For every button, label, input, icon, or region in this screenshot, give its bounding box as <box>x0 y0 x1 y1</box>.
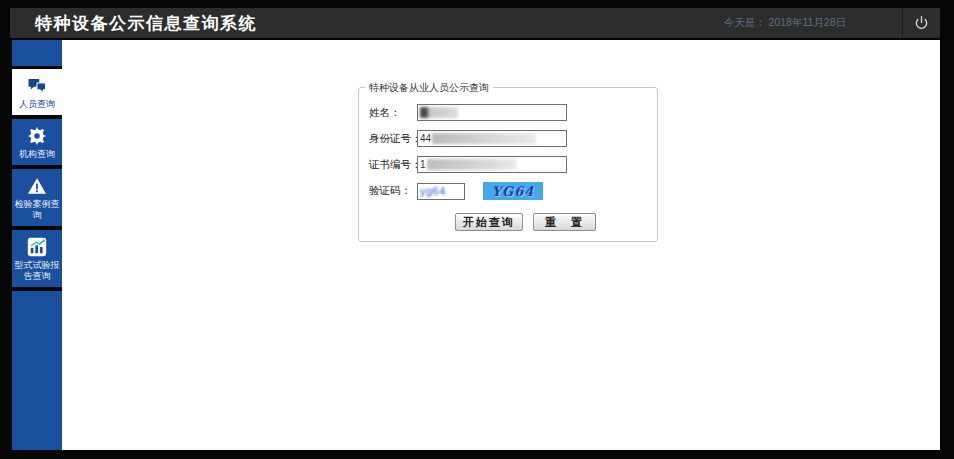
id-number-input[interactable]: 44 <box>417 130 567 147</box>
redacted-id-value <box>432 133 536 144</box>
certificate-number-value-prefix: 1 <box>420 159 426 170</box>
captcha-typed-value: yg64 <box>420 185 446 197</box>
captcha-image[interactable]: YG64 <box>483 182 543 200</box>
reset-button[interactable]: 重 置 <box>533 213 596 231</box>
sidebar-filler <box>12 291 62 450</box>
form-row-name: 姓名： <box>369 104 657 121</box>
power-icon <box>913 15 930 32</box>
sidebar-item-inspection-case-query[interactable]: 检验案例查询 <box>12 169 62 226</box>
redacted-certificate-value <box>427 159 517 170</box>
warning-triangle-icon <box>14 175 60 197</box>
chat-bubbles-icon <box>14 75 60 97</box>
form-row-certificate-number: 证书编号： 1 <box>369 156 657 173</box>
page-title: 特种设备公示信息查询系统 <box>35 12 257 35</box>
form-buttons: 开始查询 重 置 <box>455 213 657 231</box>
form-row-id-number: 身份证号： 44 <box>369 130 657 147</box>
sidebar-item-organization-query[interactable]: 机构查询 <box>12 119 62 165</box>
sidebar-item-label: 机构查询 <box>19 149 55 159</box>
main-content: 特种设备从业人员公示查询 姓名： 身份证号： 44 证书编号： 1 <box>62 40 940 450</box>
gear-icon <box>14 125 60 147</box>
form-row-captcha: 验证码： yg64 YG64 <box>369 182 657 200</box>
form-legend: 特种设备从业人员公示查询 <box>365 81 493 95</box>
start-query-button[interactable]: 开始查询 <box>455 213 523 231</box>
sidebar-item-label: 型式试验报告查询 <box>15 260 60 281</box>
header-right: 今天是： 2018年11月28日 <box>724 8 940 38</box>
certificate-number-label: 证书编号： <box>369 158 417 172</box>
query-form: 特种设备从业人员公示查询 姓名： 身份证号： 44 证书编号： 1 <box>358 87 658 242</box>
redacted-name-value <box>420 107 458 118</box>
name-input[interactable] <box>417 104 567 121</box>
sidebar-item-label: 人员查询 <box>19 99 55 109</box>
certificate-number-input[interactable]: 1 <box>417 156 567 173</box>
sidebar-top-spacer <box>12 40 62 66</box>
name-label: 姓名： <box>369 106 417 120</box>
sidebar-item-type-test-report-query[interactable]: 型式试验报告查询 <box>12 230 62 287</box>
current-date: 今天是： 2018年11月28日 <box>724 16 846 30</box>
sidebar-item-label: 检验案例查询 <box>15 199 60 220</box>
logout-power-button[interactable] <box>903 8 940 38</box>
id-number-value-prefix: 44 <box>420 133 431 144</box>
captcha-image-text: YG64 <box>492 184 534 199</box>
bar-chart-icon <box>14 236 60 258</box>
captcha-label: 验证码： <box>369 184 417 198</box>
sidebar: 人员查询 机构查询 检验案例查询 <box>12 40 62 450</box>
sidebar-item-personnel-query[interactable]: 人员查询 <box>12 69 62 115</box>
id-number-label: 身份证号： <box>369 132 417 146</box>
app-header: 特种设备公示信息查询系统 今天是： 2018年11月28日 <box>10 8 940 38</box>
captcha-input[interactable]: yg64 <box>417 183 465 200</box>
